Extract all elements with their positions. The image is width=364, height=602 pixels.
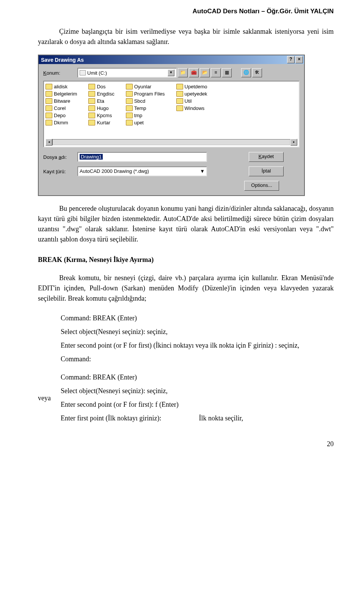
folder-icon (88, 98, 95, 104)
cmd-line: Enter second point (or F for first): f (… (61, 398, 299, 411)
folder-icon (46, 98, 52, 104)
folder-icon (46, 105, 52, 111)
file-col-1: alidisk Belgelerim Bitware Corel Depo Dk… (46, 84, 77, 137)
list-item[interactable]: Upetdemo (176, 84, 207, 89)
cmd-line: Select object(Nesneyi seçiniz): seçiniz, (61, 325, 299, 339)
scroll-track[interactable] (52, 139, 290, 145)
kaydet-button[interactable]: KKaydetaydet (249, 152, 284, 162)
cmd-line: Command: BREAK (Enter) (61, 370, 299, 384)
konum-dropdown[interactable]: Umit (C:) ▼ (77, 68, 177, 78)
list-item[interactable]: Windows (176, 105, 207, 111)
paragraph-2: Bu pencerede oluşturulacak doyanın konum… (38, 204, 334, 245)
page-header: AutoCAD Ders Notları – Öğr.Gör. Ümit YAL… (38, 8, 334, 15)
list-item[interactable]: Corel (46, 105, 77, 111)
file-list[interactable]: alidisk Belgelerim Bitware Corel Depo Dk… (43, 81, 300, 147)
list-item[interactable]: Kurtar (88, 120, 114, 125)
options-button[interactable]: Options... (244, 181, 279, 191)
folder-icon (126, 120, 133, 125)
list-view-icon[interactable]: ≡ (211, 68, 221, 77)
folder-icon (126, 113, 133, 118)
list-item[interactable]: Oyunlar (126, 84, 165, 89)
list-item[interactable]: Bitware (46, 98, 77, 104)
new-folder-icon[interactable]: 📂 (200, 68, 210, 77)
filename-input[interactable]: Drawing1 (77, 152, 207, 162)
file-col-2: Dos Engdisc Eta Hugo Kpcms Kurtar (88, 84, 114, 137)
drive-icon (80, 70, 86, 75)
filetype-dropdown[interactable]: AutoCAD 2000 Drawing (*.dwg) ▼ (77, 166, 207, 176)
folder-icon (176, 84, 183, 89)
list-item[interactable]: Temp (126, 105, 165, 111)
list-item[interactable]: Kpcms (88, 113, 114, 118)
section-heading: BREAK (Kırma, Nesneyi İkiye Ayırma) (38, 256, 334, 264)
folder-icon (46, 84, 52, 89)
list-item[interactable]: Belgelerim (46, 91, 77, 97)
tools-icon[interactable]: 🛠 (252, 68, 262, 77)
save-dialog: Save Drawing As ? × KKonum:onum: Umit (C… (38, 55, 305, 196)
folder-icon (88, 113, 95, 118)
cmd-line: Select object(Nesneyi seçiniz): seçiniz, (61, 384, 299, 398)
filetype-value: AutoCAD 2000 Drawing (*.dwg) (80, 167, 149, 176)
paragraph-3: Break komutu, bir nesneyi (çizgi, daire … (38, 273, 334, 304)
page-number: 20 (38, 440, 334, 448)
list-item[interactable]: upet (126, 120, 165, 125)
konum-value: Umit (C:) (87, 70, 107, 76)
dialog-titlebar: Save Drawing As ? × (39, 55, 304, 64)
folder-icon (88, 105, 95, 111)
cmd-line: Enter second point (or F for first) (İki… (61, 339, 299, 352)
list-item[interactable]: Util (176, 98, 207, 104)
konum-label: KKonum:onum: (43, 70, 77, 76)
up-folder-icon[interactable]: 📁 (178, 68, 188, 77)
iptal-button[interactable]: İptal (249, 166, 284, 176)
chevron-down-icon[interactable]: ▼ (200, 167, 205, 176)
scroll-right-icon[interactable]: ▸ (290, 139, 297, 146)
desktop-icon[interactable]: 🧰 (189, 68, 199, 77)
veya-label: veya (38, 394, 51, 402)
help-icon[interactable]: ? (287, 56, 295, 63)
folder-icon (88, 120, 95, 125)
cmd-line: Command: (61, 352, 299, 366)
list-item[interactable]: Eta (88, 98, 114, 104)
filename-value: Drawing1 (80, 154, 103, 160)
cmd-line: Command: BREAK (Enter) (61, 311, 299, 325)
dosya-adi-label: Dosya adı: (43, 154, 77, 160)
list-item[interactable]: Program Files (126, 91, 165, 97)
list-item[interactable]: Engdisc (88, 91, 114, 97)
folder-icon (126, 91, 133, 97)
search-web-icon[interactable]: 🌐 (241, 68, 251, 77)
folder-icon (126, 98, 133, 104)
folder-icon (46, 113, 52, 118)
command-block: Command: BREAK (Enter) Select object(Nes… (61, 311, 299, 425)
list-item[interactable]: upetyedek (176, 91, 207, 97)
folder-icon (126, 105, 133, 111)
scroll-left-icon[interactable]: ◂ (46, 139, 52, 146)
list-item[interactable]: Hugo (88, 105, 114, 111)
file-col-4: Upetdemo upetyedek Util Windows (176, 84, 207, 137)
folder-icon (88, 84, 95, 89)
list-item[interactable]: tmp (126, 113, 165, 118)
list-item[interactable]: Dos (88, 84, 114, 89)
list-item[interactable]: Sbcd (126, 98, 165, 104)
list-item[interactable]: Dkmm (46, 120, 77, 125)
paragraph-1: Çizime başlangıçta bir isim verilmediyse… (38, 27, 334, 47)
folder-icon (176, 105, 183, 111)
cmd-line: Enter first point (İlk noktayı giriniz):… (61, 411, 299, 425)
folder-icon (46, 91, 52, 97)
list-item[interactable]: alidisk (46, 84, 77, 89)
folder-icon (88, 91, 95, 97)
folder-icon (176, 91, 183, 97)
details-view-icon[interactable]: ▦ (222, 68, 232, 77)
kayit-turu-label: Kayıt türü: (43, 169, 77, 174)
horizontal-scrollbar[interactable]: ◂ ▸ (46, 139, 297, 145)
chevron-down-icon[interactable]: ▼ (168, 69, 174, 76)
folder-icon (176, 98, 183, 104)
dialog-title: Save Drawing As (41, 57, 84, 63)
folder-icon (126, 84, 133, 89)
close-icon[interactable]: × (295, 56, 303, 63)
folder-icon (46, 120, 52, 125)
list-item[interactable]: Depo (46, 113, 77, 118)
file-col-3: Oyunlar Program Files Sbcd Temp tmp upet (126, 84, 165, 137)
